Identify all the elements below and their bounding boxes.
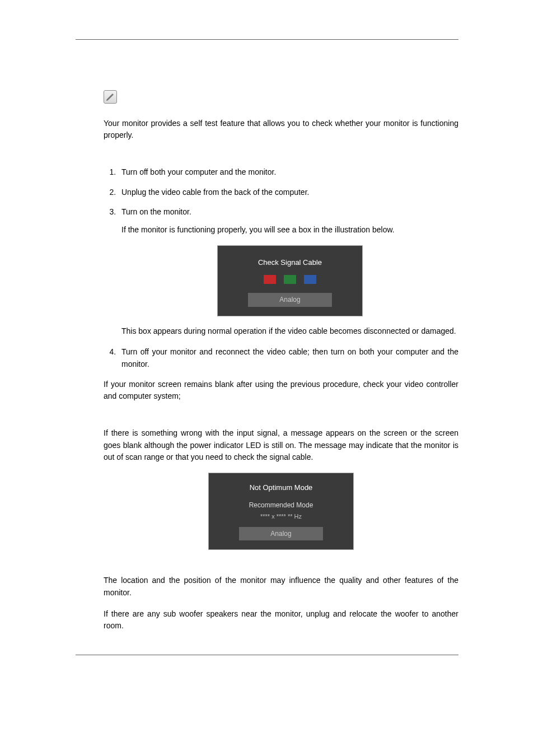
warning-paragraph: If there is something wrong with the inp… [104, 427, 458, 464]
osd-not-optimum-figure: Not Optimum Mode Recommended Mode **** x… [104, 473, 458, 550]
osd2-mode: Analog [239, 527, 323, 541]
bottom-divider [76, 655, 458, 655]
steps-list: Turn off both your computer and the moni… [104, 166, 458, 371]
main-content: Your monitor provides a self test featur… [104, 90, 458, 632]
step-4-text: Turn off your monitor and reconnect the … [121, 347, 458, 368]
osd2-meta: **** x **** ** Hz [217, 512, 345, 521]
step-2: Unplug the video cable from the back of … [118, 186, 458, 199]
osd1-title: Check Signal Cable [226, 257, 354, 268]
intro-paragraph: Your monitor provides a self test featur… [104, 118, 458, 142]
step-3-text: Turn on the monitor. [121, 207, 191, 216]
osd1-color-swatches [226, 275, 354, 284]
note-icon [104, 90, 117, 104]
environment-paragraph-1: The location and the position of the mon… [104, 575, 458, 599]
environment-paragraph-2: If there are any sub woofer speakers nea… [104, 608, 458, 632]
step-4: Turn off your monitor and reconnect the … [118, 346, 458, 370]
osd-check-signal: Check Signal Cable Analog [217, 245, 363, 316]
swatch-red-icon [264, 275, 276, 284]
osd2-subtitle: Recommended Mode [217, 500, 345, 511]
step-3-note-1: If the monitor is functioning properly, … [121, 224, 458, 236]
step-1: Turn off both your computer and the moni… [118, 166, 458, 179]
swatch-blue-icon [304, 275, 316, 284]
top-divider [76, 39, 458, 40]
osd-check-signal-figure: Check Signal Cable Analog [121, 245, 458, 316]
osd-not-optimum: Not Optimum Mode Recommended Mode **** x… [208, 473, 354, 550]
post-steps-paragraph: If your monitor screen remains blank aft… [104, 379, 458, 403]
step-2-text: Unplug the video cable from the back of … [121, 188, 309, 197]
osd1-mode: Analog [248, 293, 332, 307]
step-3-note-2: This box appears during normal operation… [121, 325, 458, 338]
swatch-green-icon [284, 275, 296, 284]
step-1-text: Turn off both your computer and the moni… [121, 167, 276, 176]
step-3: Turn on the monitor. If the monitor is f… [118, 206, 458, 337]
osd2-title: Not Optimum Mode [217, 482, 345, 493]
